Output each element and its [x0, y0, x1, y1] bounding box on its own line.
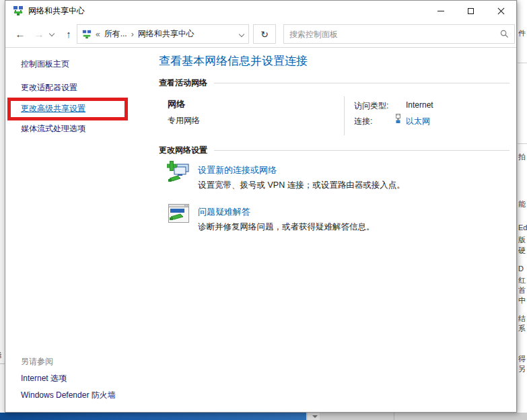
bg-fragment-text: 能: [518, 199, 526, 209]
ethernet-plug-icon: [394, 113, 402, 124]
bg-fragment-text: 中: [518, 295, 526, 306]
bg-fragment-text: 得: [518, 354, 526, 364]
active-network-divider: [344, 96, 345, 135]
active-network-profile: 专用网络: [168, 115, 200, 127]
annotation-highlight-box: [7, 98, 128, 120]
sidebar-item-control-panel-home[interactable]: 控制面板主页: [21, 59, 69, 70]
access-type-label: 访问类型:: [354, 100, 388, 112]
bg-fragment-text: 系: [518, 324, 526, 334]
bg-fragment-text: 件: [518, 28, 526, 38]
address-dropdown-chevron-icon[interactable]: [239, 31, 244, 36]
window-controls: [425, 1, 516, 21]
maximize-button[interactable]: [456, 1, 486, 21]
troubleshoot-icon: [167, 203, 191, 225]
bg-fragment-text: Ed: [518, 223, 527, 232]
bg-fragment-text: 红: [518, 275, 526, 285]
minimize-button[interactable]: [425, 1, 456, 21]
close-button[interactable]: [486, 1, 516, 21]
close-icon: [497, 7, 505, 15]
setup-new-connection-link[interactable]: 设置新的连接或网络: [198, 164, 277, 176]
maximize-icon: [468, 8, 474, 14]
sidebar-item-internet-options[interactable]: Internet 选项: [21, 373, 67, 384]
desktop-wallpaper-strip: [0, 413, 306, 420]
bg-right-window-sliver: 件拍能Ed版硬D红首中结系得另: [518, 0, 527, 413]
section-rule: [214, 83, 510, 83]
bg-divider: [394, 413, 394, 420]
bg-divider: [518, 143, 527, 144]
section-change-network-settings: 更改网络设置: [159, 145, 510, 156]
refresh-button[interactable]: ↻: [253, 24, 276, 44]
breadcrumb-root-chevron[interactable]: «: [96, 30, 100, 39]
breadcrumb-current[interactable]: 网络和共享中心: [138, 28, 195, 40]
section-view-active-networks: 查看活动网络: [159, 77, 510, 89]
search-input[interactable]: [289, 30, 500, 39]
connections-label: 连接:: [354, 116, 372, 127]
title-bar: 网络和共享中心: [5, 1, 516, 21]
navigation-bar: ← → ↑ « 所有... › 网络和共享中心 ↻: [5, 21, 516, 48]
troubleshoot-problems-link[interactable]: 问题疑难解答: [198, 206, 250, 218]
bg-divider: [0, 363, 5, 364]
search-icon[interactable]: [500, 30, 509, 38]
bg-fragment-text: 结: [518, 314, 526, 324]
desktop: 辑 件拍能Ed版硬D红首中结系得另 网络和共享中心: [0, 0, 527, 420]
window-title: 网络和共享中心: [28, 1, 85, 21]
address-location-icon: [82, 30, 92, 39]
bg-left-window-sliver: 辑: [0, 0, 5, 413]
see-also-header: 另请参阅: [21, 356, 53, 368]
bg-divider: [518, 63, 527, 63]
bg-fragment-text: 辑: [0, 350, 2, 360]
address-bar[interactable]: « 所有... › 网络和共享中心: [77, 24, 249, 44]
sidebar-item-media-streaming-options[interactable]: 媒体流式处理选项: [21, 123, 85, 135]
ethernet-link[interactable]: 以太网: [406, 116, 430, 127]
breadcrumb-separator-icon[interactable]: ›: [131, 30, 134, 39]
bg-fragment-text: 版: [518, 235, 526, 245]
bg-fragment-text: 另: [518, 364, 526, 374]
page-title: 查看基本网络信息并设置连接: [159, 53, 308, 69]
forward-button[interactable]: →: [31, 21, 47, 48]
section-title: 查看活动网络: [159, 77, 207, 89]
recent-locations-chevron-icon[interactable]: [49, 31, 55, 36]
access-type-value: Internet: [406, 100, 433, 110]
up-button[interactable]: ↑: [61, 21, 77, 48]
troubleshoot-problems-description: 诊断并修复网络问题，或者获得疑难解答信息。: [198, 221, 375, 233]
search-box[interactable]: [283, 24, 515, 44]
bg-window-bottom-strip: [306, 413, 527, 420]
section-rule: [214, 150, 510, 151]
sidebar-item-windows-defender-firewall[interactable]: Windows Defender 防火墙: [21, 390, 116, 401]
network-sharing-icon: [13, 5, 24, 16]
sidebar-item-change-adapter-settings[interactable]: 更改适配器设置: [21, 82, 77, 94]
minimize-icon: [437, 11, 444, 11]
bg-scrollbar-button: [308, 413, 320, 420]
section-title: 更改网络设置: [159, 145, 207, 156]
back-button[interactable]: ←: [12, 21, 28, 48]
scroll-down-icon: [312, 415, 318, 418]
breadcrumb-parent[interactable]: 所有...: [104, 28, 127, 40]
bg-fragment-text: 首: [518, 285, 526, 295]
bg-fragment-text: 硬: [518, 246, 526, 256]
new-connection-icon: [167, 161, 191, 184]
setup-new-connection-description: 设置宽带、拨号或 VPN 连接；或设置路由器或接入点。: [198, 180, 405, 191]
network-sharing-center-window: 网络和共享中心 ← → ↑ « 所有... › 网络和共享中心: [5, 0, 517, 413]
bg-fragment-text: D: [518, 265, 524, 273]
active-network-name: 网络: [168, 98, 185, 110]
bg-fragment-text: 拍: [518, 152, 526, 162]
